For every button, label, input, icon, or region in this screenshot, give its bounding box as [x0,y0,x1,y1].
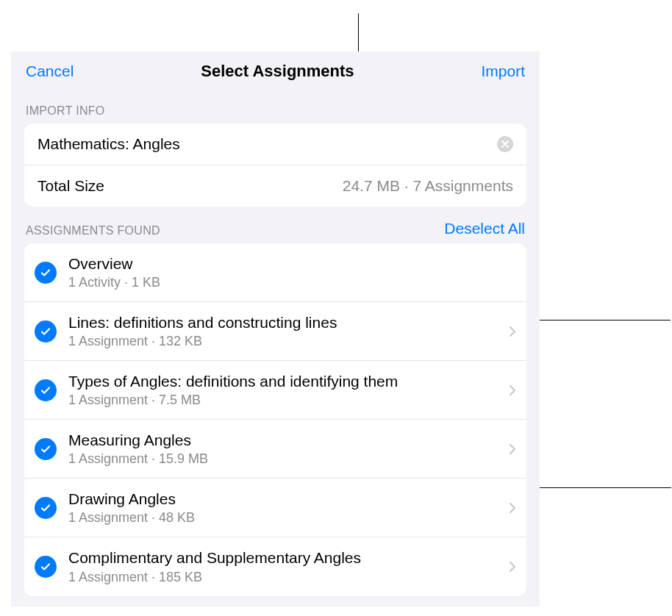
chevron-right-icon [509,326,516,337]
chevron-right-icon [509,561,516,573]
chevron-right-icon [509,502,516,514]
page-title: Select Assignments [201,62,354,81]
assignment-text: Overview1 Activity · 1 KB [68,254,516,290]
import-info-header: IMPORT INFO [11,91,540,123]
assignment-title: Types of Angles: definitions and identif… [68,372,503,391]
assignment-text: Drawing Angles1 Assignment · 48 KB [68,490,503,526]
checkmark-icon[interactable] [35,438,57,460]
assignment-row[interactable]: Measuring Angles1 Assignment · 15.9 MB [24,420,526,479]
total-size-row: Total Size 24.7 MB · 7 Assignments [24,165,526,207]
import-title-text: Mathematics: Angles [37,135,497,153]
import-info-card: Mathematics: Angles Total Size 24.7 MB ·… [24,123,526,207]
assignment-title: Complimentary and Supplementary Angles [68,548,503,567]
assignment-text: Complimentary and Supplementary Angles1 … [68,548,503,584]
chevron-right-icon [509,443,516,455]
import-button[interactable]: Import [481,62,525,80]
checkmark-icon[interactable] [35,379,57,401]
assignment-subtitle: 1 Assignment · 15.9 MB [68,451,503,467]
assignment-row[interactable]: Drawing Angles1 Assignment · 48 KB [24,479,526,537]
total-size-value: 24.7 MB · 7 Assignments [343,177,513,195]
import-title-row[interactable]: Mathematics: Angles [24,123,526,165]
assignment-subtitle: 1 Assignment · 48 KB [68,510,503,526]
checkmark-icon[interactable] [35,262,57,284]
assignment-subtitle: 1 Activity · 1 KB [68,275,516,290]
assignments-found-header: ASSIGNMENTS FOUND Deselect All [11,207,540,243]
checkmark-icon[interactable] [35,497,57,519]
select-assignments-panel: Cancel Select Assignments Import IMPORT … [11,51,540,606]
assignment-title: Measuring Angles [68,431,503,450]
assignment-subtitle: 1 Assignment · 185 KB [68,570,503,585]
checkmark-icon[interactable] [35,320,57,343]
assignment-title: Overview [68,254,516,273]
assignment-title: Lines: definitions and constructing line… [68,313,503,332]
navigation-bar: Cancel Select Assignments Import [11,51,540,91]
assignment-row[interactable]: Lines: definitions and constructing line… [24,302,526,361]
assignment-subtitle: 1 Assignment · 132 KB [68,334,503,349]
cancel-button[interactable]: Cancel [26,62,74,80]
assignment-text: Measuring Angles1 Assignment · 15.9 MB [68,431,503,467]
assignments-card: Overview1 Activity · 1 KBLines: definiti… [24,243,526,596]
chevron-right-icon [509,384,516,396]
clear-icon[interactable] [497,136,513,152]
assignment-row[interactable]: Overview1 Activity · 1 KB [24,243,526,302]
assignment-row[interactable]: Complimentary and Supplementary Angles1 … [24,537,526,596]
assignments-found-label: ASSIGNMENTS FOUND [26,224,160,237]
assignment-row[interactable]: Types of Angles: definitions and identif… [24,361,526,420]
import-info-label: IMPORT INFO [26,104,105,118]
assignment-subtitle: 1 Assignment · 7.5 MB [68,393,503,408]
assignment-text: Lines: definitions and constructing line… [68,313,503,349]
assignment-title: Drawing Angles [68,490,503,509]
assignment-text: Types of Angles: definitions and identif… [68,372,503,408]
checkmark-icon[interactable] [35,556,57,578]
total-size-label: Total Size [37,177,104,195]
deselect-all-button[interactable]: Deselect All [444,220,525,237]
